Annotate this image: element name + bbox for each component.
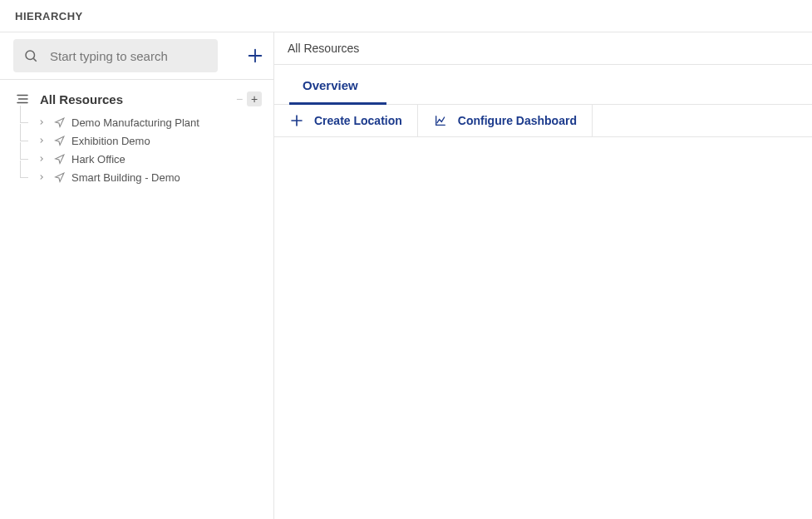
tree-item[interactable]: Demo Manufacturing Plant bbox=[0, 113, 273, 131]
chevron-right-icon[interactable] bbox=[37, 136, 47, 146]
create-location-button[interactable]: Create Location bbox=[274, 105, 418, 136]
tree-root-actions: − + bbox=[232, 91, 262, 106]
navigate-icon bbox=[53, 116, 65, 128]
collapse-button[interactable]: − bbox=[232, 91, 247, 106]
page-title: All Resources bbox=[288, 42, 359, 55]
hierarchy-icon bbox=[15, 91, 30, 106]
action-bar: Create Location Configure Dashboard bbox=[274, 105, 812, 137]
plus-icon bbox=[289, 113, 304, 128]
svg-point-0 bbox=[26, 51, 35, 60]
tree-branch-icon bbox=[15, 134, 30, 147]
tree-item[interactable]: Smart Building - Demo bbox=[0, 168, 273, 186]
search-box[interactable] bbox=[13, 39, 218, 72]
navigate-icon bbox=[53, 171, 65, 183]
plus-icon bbox=[246, 47, 264, 65]
tree-item-label: Demo Manufacturing Plant bbox=[71, 116, 273, 129]
tab-label: Overview bbox=[303, 78, 358, 92]
tree-item-label: Hark Office bbox=[71, 153, 273, 166]
app-header: HIERARCHY bbox=[0, 0, 812, 32]
main-layout: All Resources − + Demo Manufacturing bbox=[0, 32, 812, 519]
tree-branch-icon bbox=[15, 171, 30, 184]
add-button[interactable] bbox=[246, 44, 264, 67]
app-title: HIERARCHY bbox=[15, 10, 83, 22]
tab-overview[interactable]: Overview bbox=[274, 65, 386, 104]
tree: Demo Manufacturing Plant Exhibition Demo bbox=[0, 113, 273, 186]
tree-item[interactable]: Exhibition Demo bbox=[0, 131, 273, 150]
tree-root-label: All Resources bbox=[40, 92, 222, 106]
navigate-icon bbox=[53, 135, 65, 146]
search-input[interactable] bbox=[50, 49, 208, 63]
svg-marker-9 bbox=[55, 155, 63, 163]
tree-branch-icon bbox=[15, 116, 30, 129]
plus-icon: + bbox=[251, 93, 258, 105]
tree-item-label: Smart Building - Demo bbox=[71, 171, 273, 184]
chevron-right-icon[interactable] bbox=[37, 172, 47, 182]
chart-icon bbox=[433, 113, 448, 128]
tree-item[interactable]: Hark Office bbox=[0, 150, 273, 168]
svg-line-1 bbox=[33, 58, 36, 61]
tree-branch-icon bbox=[15, 152, 30, 166]
configure-dashboard-button[interactable]: Configure Dashboard bbox=[418, 105, 593, 136]
navigate-icon bbox=[53, 153, 65, 165]
tab-bar: Overview bbox=[274, 65, 812, 105]
button-label: Configure Dashboard bbox=[458, 114, 577, 127]
search-icon bbox=[23, 48, 38, 63]
chevron-right-icon[interactable] bbox=[37, 117, 47, 127]
main-content: All Resources Overview Create Location bbox=[274, 32, 812, 519]
chevron-right-icon[interactable] bbox=[37, 154, 47, 164]
search-row bbox=[0, 32, 273, 80]
minus-icon: − bbox=[236, 93, 243, 105]
sidebar: All Resources − + Demo Manufacturing bbox=[0, 32, 274, 519]
tree-root[interactable]: All Resources − + bbox=[0, 80, 273, 113]
svg-marker-7 bbox=[55, 118, 63, 126]
expand-button[interactable]: + bbox=[247, 91, 262, 106]
tree-item-label: Exhibition Demo bbox=[71, 135, 273, 147]
svg-marker-8 bbox=[55, 136, 63, 145]
breadcrumb: All Resources bbox=[274, 32, 812, 65]
button-label: Create Location bbox=[314, 114, 402, 127]
svg-marker-10 bbox=[55, 173, 63, 181]
